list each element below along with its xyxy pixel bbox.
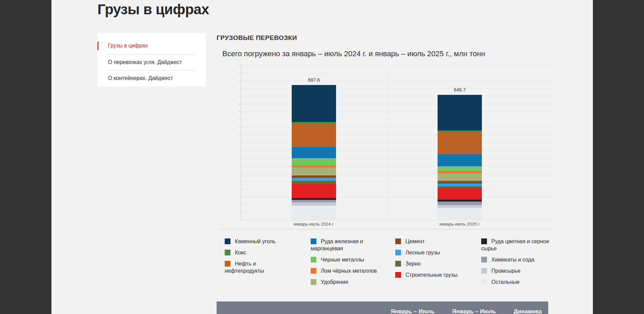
bar-segment bbox=[438, 173, 482, 181]
gridline bbox=[241, 150, 553, 151]
y-axis-tick bbox=[239, 220, 241, 221]
y-axis-tick bbox=[239, 143, 241, 143]
sidebar-item-label: Грузы в цифрах bbox=[108, 43, 148, 48]
y-axis-tick bbox=[239, 174, 241, 174]
legend-label: Руда цветная и серное сырье bbox=[481, 238, 549, 251]
y-axis-line bbox=[241, 64, 241, 221]
legend-item[interactable]: Лом чёрных металлов bbox=[311, 267, 390, 274]
sidebar-item-label: О перевозках угля. Дайджест bbox=[108, 59, 182, 65]
legend-swatch bbox=[481, 279, 487, 285]
stacked-bar-2025[interactable] bbox=[438, 95, 482, 220]
bar-total-label: 697.6 bbox=[292, 77, 336, 83]
legend-label: Кокс bbox=[235, 250, 246, 255]
legend-item[interactable]: Промсырье bbox=[481, 267, 565, 274]
gridline bbox=[241, 73, 553, 73]
bar-segment bbox=[292, 202, 336, 206]
legend-label: Удобрения bbox=[321, 279, 348, 285]
legend-label: Лом чёрных металлов bbox=[321, 268, 377, 274]
y-axis-tick bbox=[239, 212, 241, 213]
gridline bbox=[241, 119, 553, 120]
legend-item[interactable]: Зерно bbox=[395, 260, 476, 267]
legend-swatch bbox=[481, 268, 487, 274]
y-axis-tick bbox=[239, 81, 241, 81]
gridline bbox=[241, 174, 553, 174]
legend-label: Остальные bbox=[491, 279, 519, 285]
bar-segment bbox=[438, 166, 482, 171]
stacked-bar-2024[interactable] bbox=[292, 85, 336, 220]
bar-segment bbox=[292, 178, 336, 181]
y-axis-tick bbox=[239, 197, 241, 197]
legend-item[interactable]: Строительные грузы bbox=[395, 271, 476, 278]
y-axis-tick bbox=[239, 158, 241, 159]
page-background: Грузы в цифрах Грузы в цифрах О перевозк… bbox=[0, 0, 644, 314]
bar-segment bbox=[438, 205, 482, 208]
y-axis-tick bbox=[239, 104, 241, 104]
y-axis-tick bbox=[239, 127, 241, 127]
bar-segment bbox=[292, 85, 336, 122]
gridline bbox=[241, 158, 553, 159]
gridline bbox=[241, 127, 553, 127]
bar-segment bbox=[292, 206, 336, 220]
legend-label: Лесные грузы bbox=[405, 250, 440, 255]
legend-item[interactable]: Руда цветная и серное сырье bbox=[481, 238, 565, 252]
legend-swatch bbox=[395, 250, 401, 255]
y-axis-tick bbox=[239, 88, 241, 89]
table-header-col-dynamics: Динамика bbox=[514, 308, 542, 314]
legend-item[interactable]: Нефть и нефтепродукты bbox=[225, 260, 296, 274]
legend-item[interactable]: Удобрения bbox=[311, 278, 390, 286]
legend-label: Промсырье bbox=[491, 268, 520, 274]
legend-column: Каменный угольКоксНефть и нефтепродукты bbox=[225, 238, 296, 278]
bar-segment bbox=[438, 208, 482, 220]
bar-segment bbox=[292, 175, 336, 178]
legend-label: Черные металлы bbox=[321, 257, 364, 263]
legend-label: Нефть и нефтепродукты bbox=[225, 261, 264, 274]
legend-swatch bbox=[311, 238, 316, 244]
legend-swatch bbox=[481, 238, 487, 244]
gridline bbox=[241, 65, 553, 65]
legend-swatch bbox=[311, 279, 316, 285]
sidebar-item-coal-digest[interactable]: О перевозках угля. Дайджест bbox=[108, 55, 196, 70]
sidebar-item-cargo-in-figures[interactable]: Грузы в цифрах bbox=[108, 42, 196, 55]
legend-item[interactable]: Химикаты и сода bbox=[481, 256, 565, 263]
legend-item[interactable]: Лесные грузы bbox=[395, 249, 476, 256]
legend-item[interactable]: Цемент bbox=[395, 238, 476, 245]
legend-item[interactable]: Остальные bbox=[481, 278, 565, 286]
gridline bbox=[241, 220, 553, 221]
bar-segment bbox=[292, 200, 336, 202]
data-table-header: Январь – Июль Январь – Июль Динамика bbox=[217, 301, 548, 314]
y-axis-tick bbox=[239, 96, 241, 97]
bar-segment bbox=[292, 147, 336, 159]
bar-segment bbox=[292, 184, 336, 198]
gridline bbox=[241, 81, 553, 81]
gridline bbox=[241, 96, 553, 97]
legend-swatch bbox=[225, 261, 230, 267]
bar-segment bbox=[438, 202, 482, 205]
gridline bbox=[241, 166, 553, 166]
legend-item[interactable]: Каменный уголь bbox=[225, 238, 296, 245]
sidebar-item-label: О контейнерах. Дайджест bbox=[108, 75, 173, 81]
category-separator-line bbox=[387, 65, 387, 220]
legend-item[interactable]: Кокс bbox=[225, 249, 296, 256]
bar-segment bbox=[292, 158, 336, 166]
legend-swatch bbox=[225, 238, 230, 244]
legend-swatch bbox=[395, 238, 401, 244]
table-header-col-2025: Январь – Июль bbox=[452, 308, 496, 314]
gridline bbox=[241, 212, 553, 213]
legend-label: Строительные грузы bbox=[405, 272, 458, 278]
y-axis-tick bbox=[239, 182, 241, 182]
legend-swatch bbox=[481, 257, 487, 263]
page-title: Грузы в цифрах bbox=[97, 1, 209, 18]
y-axis-tick bbox=[239, 205, 241, 205]
gridline bbox=[241, 182, 553, 182]
legend-swatch bbox=[311, 268, 316, 274]
bar-segment bbox=[438, 95, 482, 131]
legend-item[interactable]: Черные металлы bbox=[311, 256, 390, 263]
y-axis-tick bbox=[239, 150, 241, 151]
bar-segment bbox=[438, 184, 482, 186]
gridline bbox=[241, 88, 553, 89]
legend-item[interactable]: Руда железная и марганцевая bbox=[311, 238, 390, 252]
sidebar-item-containers-digest[interactable]: О контейнерах. Дайджест bbox=[108, 70, 196, 82]
gridline bbox=[241, 135, 553, 135]
legend-label: Зерно bbox=[405, 261, 421, 267]
gridline bbox=[241, 205, 553, 205]
